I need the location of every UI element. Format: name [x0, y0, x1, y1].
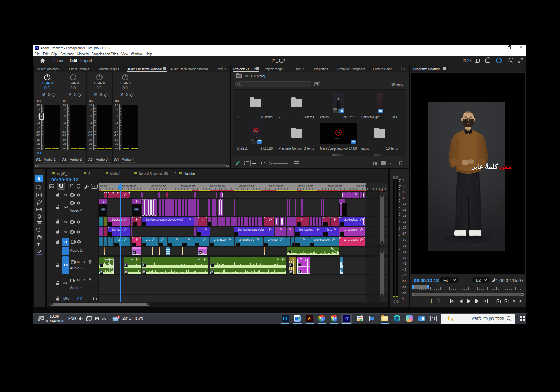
- svg-text:1 1 2 3: 1 1 2 3: [254, 136, 258, 138]
